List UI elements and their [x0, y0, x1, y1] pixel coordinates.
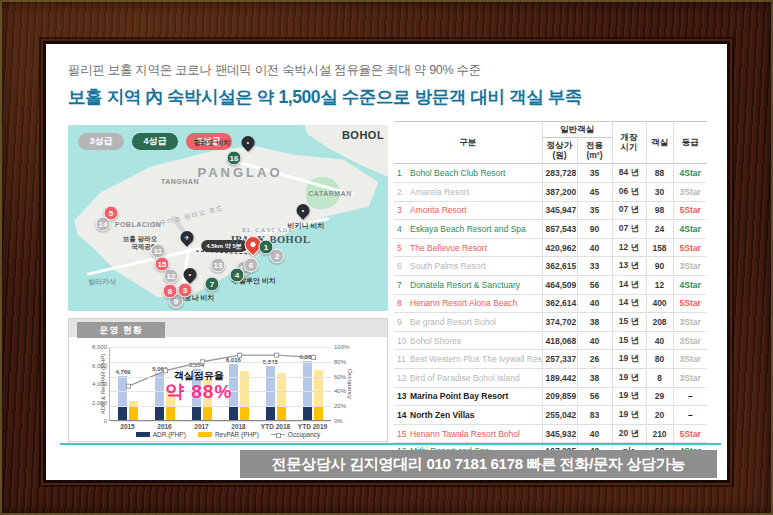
- gridline: [110, 347, 331, 348]
- teal-divider: [60, 443, 721, 445]
- gridline: [110, 421, 331, 422]
- contact-banner: 전문상담사 김지영대리 010 7181 6178 빠른 전화/문자 상담가능: [240, 450, 717, 478]
- map-pin-15: 15: [155, 257, 170, 272]
- legend-pill: 3성급: [78, 133, 124, 150]
- map-pin-16: 16: [227, 151, 242, 166]
- table-row: 1Bohol Beach Club Resort283,7283584 년884…: [394, 164, 707, 183]
- slide: 필리핀 보홀 지역은 코로나 팬데믹 이전 숙박시설 점유율은 최대 약 90%…: [46, 44, 727, 480]
- table-row: 3Amorita Resort345,9473507 년985Star: [394, 201, 707, 220]
- map-pin-12: 12: [164, 269, 179, 284]
- beach-pin-icon: •: [294, 201, 312, 219]
- table-row: 11Best Western Plus The Ivywall Resort25…: [394, 350, 707, 369]
- beach-pin-icon: •: [181, 265, 199, 283]
- x-tick: 2016: [146, 423, 183, 430]
- y2-tick: 60%: [334, 374, 346, 380]
- legend-item: ADR (PHP): [136, 431, 186, 438]
- legend-item: RevPAR (PHP): [198, 431, 259, 438]
- table-row: 13Marina Point Bay Resort209,8595619 년29…: [394, 387, 707, 406]
- table-row: 14North Zen Villas255,0428319 년20–: [394, 406, 707, 425]
- map-pin-6: 6: [244, 258, 259, 273]
- x-tick: 2017: [183, 423, 220, 430]
- table-row: 6South Palms Resort362,6153313 년903Star: [394, 257, 707, 276]
- map-label: BOHOL: [342, 129, 384, 141]
- gridline: [110, 362, 331, 363]
- y-tick: 4,000: [92, 381, 107, 387]
- map-pin-3: 3: [178, 283, 193, 298]
- table-row: 10Bohol Shores418,0684015 년403Star: [394, 331, 707, 350]
- resort-table-head: 구분일반객실개장 시기객실등급정상가(원)전용(m²): [394, 122, 707, 164]
- x-tick: 2015: [109, 423, 146, 430]
- annotation-value: 약 88%: [165, 382, 232, 402]
- legend-item: Occupancy: [271, 431, 321, 438]
- y2-tick: 80%: [334, 359, 346, 365]
- x-tick: YTD 2019: [294, 423, 331, 430]
- framed-slide: 필리핀 보홀 지역은 코로나 팬데믹 이전 숙박시설 점유율은 최대 약 90%…: [0, 0, 773, 515]
- x-axis-labels: 2015201620172018YTD 2018YTD 2019: [109, 423, 331, 430]
- beach-pin-icon: •: [239, 133, 257, 151]
- slide-header: 필리핀 보홀 지역은 코로나 팬데믹 이전 숙박시설 점유율은 최대 약 90%…: [68, 62, 708, 109]
- slide-title: 보홀 지역 內 숙박시설은 약 1,500실 수준으로 방문객 대비 객실 부족: [68, 85, 708, 109]
- chart-legend: ADR (PHP)RevPAR (PHP)Occupancy: [69, 431, 387, 438]
- resort-table: 구분일반객실개장 시기객실등급정상가(원)전용(m²) 1Bohol Beach…: [394, 121, 707, 460]
- table-row: 2Amarela Resort387,2004506 년303Star: [394, 183, 707, 202]
- x-tick: YTD 2018: [257, 423, 294, 430]
- y2-tick: 40%: [334, 388, 346, 394]
- slide-subtitle: 필리핀 보홀 지역은 코로나 팬데믹 이전 숙박시설 점유율은 최대 약 90%…: [68, 62, 708, 79]
- table-row: 8Henann Resort Alona Beach362,6144014 년4…: [394, 294, 707, 313]
- map-label: EL CASCADE: [242, 227, 294, 233]
- table-row: 4Eskaya Beach Resort and Spa857,5439007 …: [394, 220, 707, 239]
- y-tick: 8,000: [92, 344, 107, 350]
- map-label: PANGLAO: [197, 165, 282, 180]
- table-row: 9Be grand Resort Bohol374,7023815 년2083S…: [394, 313, 707, 332]
- y-tick: 2,000: [92, 400, 107, 406]
- y2-tick: 100%: [334, 344, 349, 350]
- y2-tick: 20%: [334, 403, 346, 409]
- x-tick: 2018: [220, 423, 257, 430]
- map-label: CATARMAN: [308, 190, 351, 197]
- panglao-map: 3성급4성급5성급 4.5km 약 5분 BOHOLPANGLAOTANGNAN…: [68, 125, 388, 311]
- airport-pin-icon: ✈: [178, 228, 196, 246]
- map-pin-14: 14: [96, 217, 111, 232]
- y-tick: 0: [104, 418, 107, 424]
- map-label: 발리카삭: [88, 277, 116, 287]
- resort-table-body: 1Bohol Beach Club Resort283,7283584 년884…: [394, 164, 707, 460]
- table-row: 12Bird of Paradise Bohol Island189,44238…: [394, 369, 707, 388]
- y2-axis-label: Occupancy: [347, 368, 353, 398]
- gridline: [110, 406, 331, 407]
- y-tick: 6,000: [92, 363, 107, 369]
- map-pin-4: 4: [230, 268, 245, 283]
- table-row: 15Henann Tawala Resort Bohol345,9324020 …: [394, 424, 707, 443]
- map-pin-8: 8: [163, 284, 178, 299]
- map-pin-13: 13: [211, 258, 226, 273]
- operations-chart-panel: 운영 현황 ADR & RevPAR (PHP) Occupancy 4,769…: [68, 318, 388, 442]
- map-pin-7: 7: [205, 277, 220, 292]
- resort-table-wrap: 구분일반객실개장 시기객실등급정상가(원)전용(m²) 1Bohol Beach…: [394, 121, 707, 474]
- chart-title-tab: 운영 현황: [77, 322, 165, 338]
- table-row: 7Donatela Resort & Sanctuary464,5095614 …: [394, 276, 707, 295]
- annotation-label: 객실점유율: [165, 371, 232, 382]
- table-row: 5The Bellevue Resort420,9624012 년1585Sta…: [394, 238, 707, 257]
- map-label: TANGNAN: [161, 178, 199, 185]
- map-label: 팡라오 비치: [194, 138, 231, 148]
- occupancy-annotation: 객실점유율 약 88%: [165, 371, 232, 401]
- map-pin-1: 1: [259, 240, 274, 255]
- y2-tick: 0%: [334, 418, 343, 424]
- legend-pill: 4성급: [132, 133, 178, 150]
